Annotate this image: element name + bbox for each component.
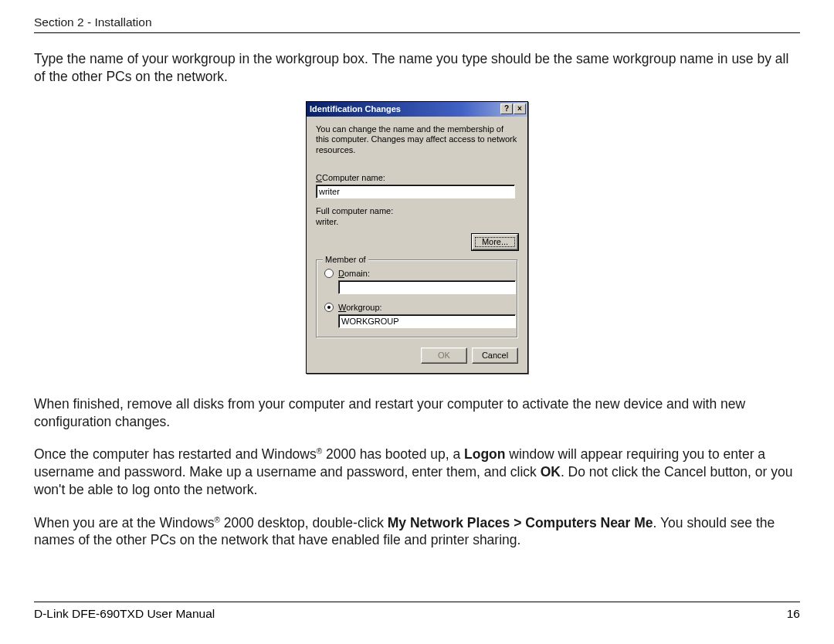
identification-changes-dialog: Identification Changes ? × You can chang… (306, 101, 528, 374)
footer-left: D-Link DFE-690TXD User Manual (34, 607, 215, 621)
domain-radio-row[interactable]: Domain: (324, 269, 510, 278)
section-title: Section 2 - Installation (34, 15, 800, 29)
page-header: Section 2 - Installation (34, 15, 800, 33)
full-computer-name-value: writer. (316, 217, 518, 226)
workgroup-radio-label: Workgroup: (338, 303, 382, 312)
titlebar-buttons: ? × (500, 103, 526, 114)
workgroup-radio[interactable] (324, 303, 334, 312)
page-footer: D-Link DFE-690TXD User Manual 16 (34, 602, 800, 621)
full-computer-name-label: Full computer name: (316, 206, 518, 215)
member-of-legend: Member of (323, 255, 368, 264)
close-icon[interactable]: × (514, 103, 526, 114)
more-button[interactable]: More... (472, 234, 518, 250)
page-number: 16 (787, 607, 800, 621)
para-3: Once the computer has restarted and Wind… (34, 446, 800, 498)
dialog-description: You can change the name and the membersh… (316, 124, 518, 156)
domain-radio-label: Domain: (338, 269, 370, 278)
workgroup-input[interactable] (338, 314, 516, 328)
titlebar: Identification Changes ? × (307, 102, 527, 117)
dialog-body: You can change the name and the membersh… (307, 117, 527, 373)
help-icon[interactable]: ? (500, 103, 513, 114)
workgroup-radio-row[interactable]: Workgroup: (324, 303, 510, 312)
ok-button[interactable]: OK (421, 347, 467, 364)
computer-name-input[interactable] (316, 185, 515, 198)
para-1: Type the name of your workgroup in the w… (34, 50, 800, 86)
dialog-title: Identification Changes (310, 104, 401, 114)
member-of-fieldset: Member of Domain: Workgroup: (316, 259, 518, 338)
domain-radio[interactable] (324, 269, 334, 278)
dialog-button-row: OK Cancel (316, 347, 518, 364)
domain-input[interactable] (338, 280, 516, 294)
computer-name-label: CComputer name: (316, 173, 518, 182)
dialog-screenshot: Identification Changes ? × You can chang… (34, 101, 800, 374)
cancel-button[interactable]: Cancel (472, 347, 518, 364)
para-2: When finished, remove all disks from you… (34, 395, 800, 431)
para-4: When you are at the Windows® 2000 deskto… (34, 514, 800, 550)
